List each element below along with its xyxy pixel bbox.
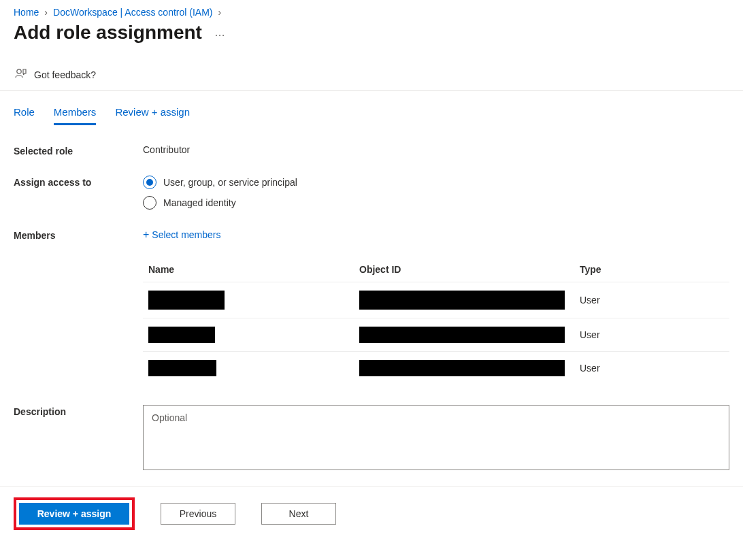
radio-checked-icon: [143, 176, 156, 189]
table-header-object-id[interactable]: Object ID: [354, 257, 574, 282]
label-assign-access-to: Assign access to: [14, 176, 143, 188]
tab-role[interactable]: Role: [14, 106, 35, 125]
tab-members[interactable]: Members: [54, 106, 97, 125]
feedback-bar[interactable]: Got feedback?: [0, 60, 743, 91]
radio-managed-identity-label: Managed identity: [163, 197, 236, 208]
feedback-icon: [14, 67, 27, 82]
select-members-label: Select members: [152, 229, 220, 240]
tab-review-assign[interactable]: Review + assign: [115, 106, 190, 125]
more-icon[interactable]: …: [214, 27, 227, 39]
radio-user-group-label: User, group, or service principal: [163, 177, 297, 188]
tabs: Role Members Review + assign: [0, 91, 743, 125]
row-type: User: [574, 352, 729, 385]
breadcrumb-parent[interactable]: DocWorkspace | Access control (IAM): [53, 7, 212, 18]
selected-role-value: Contributor: [143, 144, 729, 155]
next-button[interactable]: Next: [261, 503, 336, 525]
highlight-annotation: Review + assign: [14, 497, 135, 530]
table-header-type[interactable]: Type: [574, 257, 729, 282]
redacted-object-id: [359, 327, 565, 343]
redacted-name: [148, 360, 216, 376]
description-input[interactable]: [143, 405, 729, 470]
previous-button[interactable]: Previous: [161, 503, 235, 525]
redacted-name: [148, 327, 215, 343]
breadcrumb: Home › DocWorkspace | Access control (IA…: [0, 0, 743, 20]
review-assign-button[interactable]: Review + assign: [19, 503, 129, 525]
radio-user-group[interactable]: User, group, or service principal: [143, 176, 729, 189]
plus-icon: +: [143, 229, 149, 241]
label-description: Description: [14, 405, 143, 417]
page-title: Add role assignment: [14, 22, 202, 44]
chevron-right-icon: ›: [44, 7, 48, 18]
svg-point-0: [17, 69, 21, 73]
label-members: Members: [14, 229, 143, 241]
members-table: Name Object ID Type User User User: [143, 257, 729, 384]
feedback-text: Got feedback?: [34, 69, 96, 80]
footer: Review + assign Previous Next: [0, 486, 743, 541]
page-title-row: Add role assignment …: [0, 20, 743, 60]
radio-unchecked-icon: [143, 196, 156, 210]
redacted-object-id: [359, 360, 565, 376]
radio-managed-identity[interactable]: Managed identity: [143, 196, 729, 210]
redacted-object-id: [359, 291, 565, 310]
table-row[interactable]: User: [143, 318, 729, 352]
table-row[interactable]: User: [143, 282, 729, 318]
select-members-link[interactable]: + Select members: [143, 229, 729, 241]
row-type: User: [574, 318, 729, 352]
redacted-name: [148, 291, 225, 310]
breadcrumb-home[interactable]: Home: [14, 7, 39, 18]
row-type: User: [574, 282, 729, 318]
table-row[interactable]: User: [143, 352, 729, 385]
chevron-right-icon: ›: [218, 7, 221, 18]
label-selected-role: Selected role: [14, 144, 143, 157]
table-header-name[interactable]: Name: [143, 257, 354, 282]
